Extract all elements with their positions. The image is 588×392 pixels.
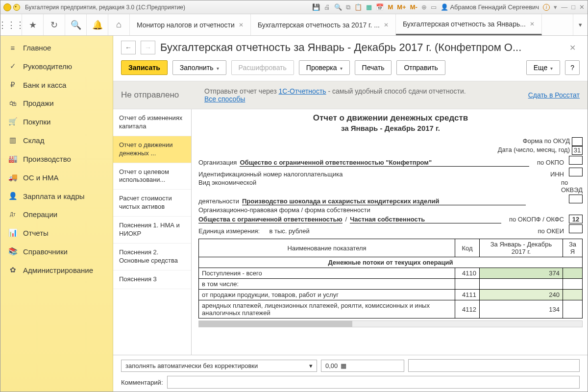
memory-m[interactable]: M — [388, 3, 393, 11]
row-value2[interactable] — [563, 300, 583, 318]
close-window-icon[interactable]: ✕ — [579, 3, 585, 11]
print-button[interactable]: Печать — [355, 60, 392, 75]
close-page-icon[interactable]: ✕ — [565, 41, 580, 54]
tab-monitor[interactable]: Монитор налогов и отчетности✕ — [130, 14, 251, 35]
report-section-cashflow[interactable]: Отчет о движении денежных ... — [113, 136, 191, 163]
sidebar-item-purchases[interactable]: 🛒Покупки — [0, 112, 113, 131]
close-icon[interactable]: ✕ — [239, 22, 244, 28]
dropdown-icon[interactable]: ▾ — [554, 3, 557, 11]
minimize-icon[interactable]: — — [561, 3, 567, 11]
okopf-cell[interactable]: 12 — [569, 215, 583, 223]
memory-mminus[interactable]: M- — [410, 3, 417, 11]
window-icon[interactable]: ▭ — [431, 3, 437, 11]
compare-icon[interactable]: ⧉ — [346, 3, 350, 11]
forward-button[interactable]: → — [141, 41, 155, 54]
okved-cell[interactable] — [569, 195, 583, 203]
row-value[interactable]: 134 — [480, 300, 563, 318]
calendar-icon[interactable]: ▦ — [366, 3, 372, 11]
notifications-icon[interactable]: 🔔 — [87, 14, 108, 35]
org-value[interactable]: Общество с ограниченной ответственностью… — [240, 159, 529, 167]
help-button[interactable]: ? — [565, 60, 580, 75]
close-icon[interactable]: ✕ — [384, 22, 389, 28]
search-icon[interactable]: 🔍 — [65, 14, 87, 35]
extra-field[interactable] — [408, 359, 580, 372]
okud-cell[interactable] — [572, 137, 583, 146]
tabs-overflow[interactable]: ▾ — [573, 14, 588, 35]
tab-report-2017[interactable]: Бухгалтерская отчетность за 2017 г. ...✕ — [251, 14, 396, 35]
sidebar-item-admin[interactable]: ✿Администрирование — [0, 261, 113, 279]
save-icon[interactable]: 💾 — [312, 3, 320, 11]
comment-input[interactable] — [167, 376, 580, 389]
activity-value[interactable]: Производство шоколада и сахаристых конди… — [242, 197, 526, 205]
row-value2[interactable] — [563, 268, 583, 279]
fill-mode-select[interactable]: заполнять автоматически без корректировк… — [121, 360, 317, 372]
send-button[interactable]: Отправить — [396, 60, 445, 75]
report-section-notes2[interactable]: Пояснения 2. Основные средства — [113, 244, 191, 270]
fill-button[interactable]: Заполнить▾ — [172, 60, 226, 75]
okei-label: по ОКЕИ — [533, 227, 564, 235]
okpo-cell[interactable] — [569, 156, 583, 165]
decode-button[interactable]: Расшифровать — [231, 60, 294, 75]
sidebar-item-dictionaries[interactable]: 📚Справочники — [0, 242, 113, 261]
form-value1[interactable]: Общества с ограниченной ответственностью — [198, 216, 343, 223]
sidebar-item-reports[interactable]: 📊Отчеты — [0, 223, 113, 242]
close-icon[interactable]: ✕ — [530, 21, 535, 27]
date-label: Дата (число, месяц, год) — [498, 146, 570, 155]
row-value[interactable]: 240 — [480, 290, 563, 300]
form-value2[interactable]: Частная собственность — [350, 216, 501, 223]
report-section-netassets[interactable]: Расчет стоимости чистых активов — [113, 190, 191, 217]
info-icon[interactable]: i — [543, 4, 550, 11]
history-icon[interactable]: ↻ — [44, 14, 65, 35]
calc-icon[interactable]: ▦ — [341, 362, 346, 369]
sidebar-item-label: Зарплата и кадры — [23, 192, 85, 200]
row-value2[interactable] — [563, 290, 583, 300]
status-banner: Не отправлено Отправьте отчет через 1С-О… — [113, 81, 588, 109]
report-icon: 📊 — [8, 228, 17, 237]
user-name[interactable]: 👤 Абрамов Геннадий Сергеевич — [441, 3, 539, 11]
report-section-notes1[interactable]: Пояснения 1. НМА и НИОКР — [113, 217, 191, 244]
memory-mplus[interactable]: M+ — [397, 3, 406, 11]
sidebar-item-operations[interactable]: ДтОперации — [0, 205, 113, 223]
okei-cell[interactable] — [569, 224, 583, 233]
sidebar-item-main[interactable]: ≡Главное — [0, 39, 113, 57]
preview-icon[interactable]: 🔍 — [334, 3, 342, 11]
home-button[interactable]: ⌂ — [108, 14, 130, 35]
sidebar-item-warehouse[interactable]: ▥Склад — [0, 131, 113, 149]
sidebar-item-production[interactable]: 🏭Производство — [0, 149, 113, 168]
sidebar-item-bank[interactable]: ₽Банк и касса — [0, 75, 113, 94]
link-all-methods[interactable]: Все способы — [204, 95, 245, 103]
report-section-capital[interactable]: Отчет об изменениях капитала — [113, 109, 191, 136]
sidebar-item-label: Администрирование — [23, 266, 93, 274]
report-table: Наименование показателя Код За Январь - … — [198, 239, 583, 318]
report-section-notes3[interactable]: Пояснения 3 — [113, 270, 191, 289]
okpo-label: по ОКПО — [532, 159, 564, 166]
horizontal-scrollbar[interactable] — [198, 320, 583, 327]
sidebar-item-manager[interactable]: ✓Руководителю — [0, 57, 113, 75]
zoom-icon[interactable]: ⊕ — [421, 3, 427, 11]
sidebar-item-assets[interactable]: 🚚ОС и НМА — [0, 168, 113, 187]
sidebar-item-hr[interactable]: 👤Зарплата и кадры — [0, 187, 113, 205]
back-button[interactable]: ← — [121, 41, 136, 54]
ruble-icon: ₽ — [8, 80, 17, 89]
link-send-rosstat[interactable]: Сдать в Росстат — [528, 91, 580, 99]
app-menu-dropdown[interactable] — [13, 4, 20, 11]
check-button[interactable]: Проверка▾ — [299, 60, 350, 75]
favorite-icon[interactable]: ★ — [22, 14, 44, 35]
date-cell[interactable]: 31 — [572, 146, 583, 155]
row-value[interactable]: 374 — [480, 268, 563, 279]
calendar31-icon[interactable]: 📅 — [376, 3, 384, 11]
save-button[interactable]: Записать — [121, 60, 168, 75]
apps-icon[interactable]: ⋮⋮⋮ — [0, 14, 22, 35]
clipboard-icon[interactable]: 📋 — [354, 3, 362, 11]
amount-field[interactable]: 0,00▦ — [321, 360, 404, 372]
tab-report-jan[interactable]: Бухгалтерская отчетность за Январь...✕ — [396, 14, 542, 35]
org-label: Организация — [198, 159, 237, 166]
more-button[interactable]: Еще▾ — [526, 60, 561, 75]
sidebar-item-sales[interactable]: 🛍Продажи — [0, 94, 113, 112]
maximize-icon[interactable]: □ — [571, 3, 575, 11]
truck-icon: 🚚 — [8, 173, 17, 182]
inn-cell[interactable] — [569, 168, 583, 176]
print-icon[interactable]: 🖨 — [324, 3, 330, 11]
link-1c-reporting[interactable]: 1С-Отчетность — [278, 87, 326, 95]
report-section-targeted[interactable]: Отчет о целевом использовани... — [113, 163, 191, 190]
